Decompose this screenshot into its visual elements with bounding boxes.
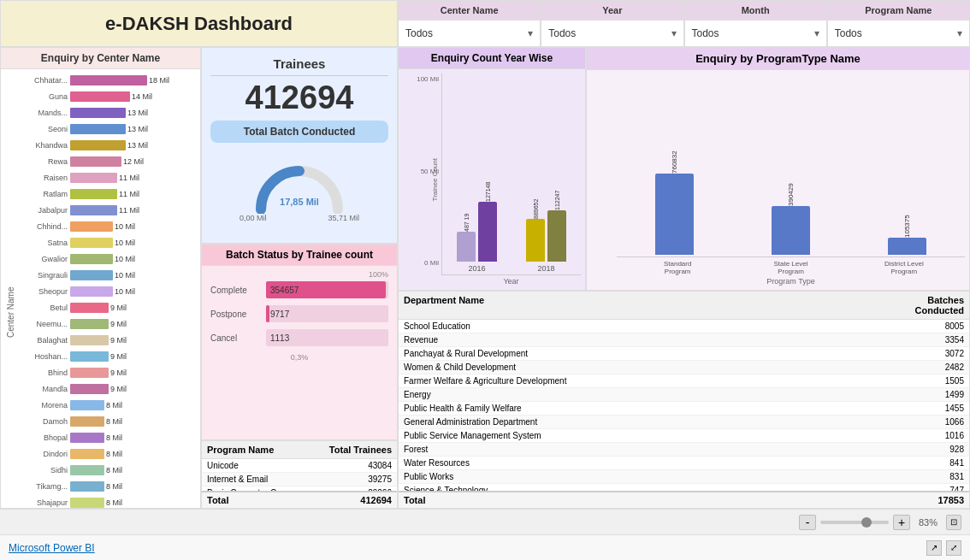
year-chart-container: 100 Mil 50 Mil 0 Mil (399, 69, 585, 290)
dept-table-body: School Education 8005 Revenue 3354 Panch… (399, 320, 969, 491)
bar-district (888, 238, 926, 255)
batch-chart-area: 100% Complete 354657 Postpone 9717 Cance… (202, 266, 397, 439)
year-wise-panel: Enquiry Count Year Wise 100 Mil 50 Mil 0… (398, 47, 586, 291)
filter-year-select[interactable]: Todos ▾ (541, 21, 683, 46)
powerbi-link[interactable]: Microsoft Power BI (9, 542, 95, 554)
fit-screen-button[interactable]: ⊡ (946, 515, 961, 530)
filter-center-label: Center Name (399, 1, 540, 21)
filter-program-value: Todos (835, 27, 862, 39)
table-row: Women & Child Development 2482 (399, 361, 969, 374)
program-col1-header: Program Name (207, 445, 306, 455)
program-type-title: Enquiry by ProgramType Name (587, 48, 969, 70)
filter-center-value: Todos (405, 27, 433, 39)
filter-center-select[interactable]: Todos ▾ (399, 21, 540, 46)
table-row: Science & Technology 747 (399, 484, 969, 491)
table-row: Panchayat & Rural Development 3072 (399, 347, 969, 361)
list-item: Neemu... 9 Mil (18, 316, 197, 332)
trainees-title: Trainees (210, 56, 388, 76)
zoom-bar: - + 83% ⊡ (0, 509, 970, 534)
table-row: Farmer Welfare & Agriculture Development… (399, 374, 969, 388)
table-row: Public Service Management System 1016 (399, 429, 969, 443)
fullscreen-icon[interactable]: ⤢ (946, 540, 961, 556)
table-row: General Administration Department 1066 (399, 416, 969, 429)
table-row: Water Resources 841 (399, 457, 969, 470)
dept-total-count: 17853 (878, 495, 964, 505)
program-bars-area: 760832 390429 105375 (617, 74, 965, 257)
year-wise-title: Enquiry Count Year Wise (399, 48, 585, 69)
table-row: Internet & Email 39275 (202, 473, 397, 486)
gauge-max: 35,71 Mil (328, 214, 359, 222)
filter-month: Month Todos ▾ (684, 0, 827, 47)
zoom-minus-button[interactable]: - (799, 515, 816, 530)
trainees-panel: Trainees 412694 Total Batch Conducted 17… (201, 47, 398, 244)
list-item: Rewa 12 Mil (18, 154, 197, 169)
list-item: Guna 14 Mil (18, 89, 197, 104)
list-item: Balaghat 9 Mil (18, 333, 197, 348)
list-item: Mandla 9 Mil (18, 381, 197, 397)
program-total-label: Total (207, 495, 306, 505)
list-item: Dindori 8 Mil (18, 446, 197, 462)
list-item: Satna 10 Mil (18, 235, 197, 251)
program-x-axis-label: Program Type (617, 277, 965, 286)
chevron-down-icon: ▾ (528, 27, 533, 39)
table-row: Revenue 3354 (399, 333, 969, 347)
zoom-plus-button[interactable]: + (893, 515, 910, 530)
program-total-count: 412694 (306, 495, 392, 505)
bar-2016-dark (478, 202, 497, 262)
year-x-label: Year (441, 277, 581, 286)
filter-month-label: Month (685, 1, 826, 21)
table-row: Forest 928 (399, 443, 969, 457)
powerbi-footer: Microsoft Power BI ↗ ⤢ (0, 534, 970, 560)
list-item: Postpone 9717 (210, 305, 388, 322)
table-row: Public Works 831 (399, 470, 969, 484)
prog-bar-state: 390429 (772, 153, 810, 255)
dept-col2-header: Batches Conducted (878, 295, 964, 315)
zoom-thumb (861, 517, 872, 528)
table-row: Public Health & Family Welfare 1455 (399, 402, 969, 416)
list-item: Chhatar... 18 Mil (18, 73, 197, 88)
batch-status-panel: Batch Status by Trainee count 100% Compl… (201, 244, 398, 440)
batch-title: Batch Status by Trainee count (202, 245, 397, 266)
list-item: Cancel 1113 (210, 329, 388, 346)
list-item: Complete 354657 (210, 281, 388, 298)
dept-table-panel: Department Name Batches Conducted School… (398, 291, 970, 509)
filter-year: Year Todos ▾ (541, 0, 683, 47)
batch-rows: Complete 354657 Postpone 9717 Cancel 111… (210, 281, 388, 346)
list-item: Damoh 8 Mil (18, 414, 197, 429)
program-bars-wrapper: 760832 390429 105375 (617, 74, 965, 286)
powerbi-icons: ↗ ⤢ (926, 540, 961, 556)
year-bars-wrapper: 487 19 127148 20 (441, 74, 581, 286)
chevron-down-icon-2: ▾ (671, 27, 677, 39)
filter-month-select[interactable]: Todos ▾ (685, 21, 826, 46)
list-item: Sidhi 8 Mil (18, 463, 197, 478)
share-icon[interactable]: ↗ (926, 540, 942, 556)
table-row: Energy 1499 (399, 388, 969, 402)
dashboard-title: e-DAKSH Dashboard (105, 13, 293, 35)
list-item: Raisen 11 Mil (18, 170, 197, 186)
program-type-chart: 760832 390429 105375 (587, 70, 969, 290)
bar-2018-b: 112247 (547, 155, 566, 262)
list-item: Chhind... 10 Mil (18, 219, 197, 234)
filter-program-name: Program Name Todos ▾ (827, 0, 970, 47)
filter-program-select[interactable]: Todos ▾ (828, 21, 969, 46)
list-item: Gwalior 10 Mil (18, 251, 197, 267)
bar-2018-gold (526, 219, 545, 262)
dept-total-label: Total (404, 495, 878, 505)
zoom-controls: - + 83% ⊡ (799, 515, 961, 530)
gauge-min: 0,00 Mil (240, 214, 267, 222)
year-2018-group: 889652 112247 20 (526, 155, 566, 273)
year-2018-bars: 889652 112247 (526, 155, 566, 262)
trainees-subtitle-box: Total Batch Conducted (210, 121, 388, 143)
trainees-subtitle: Total Batch Conducted (244, 126, 355, 138)
year-chart-inner: 100 Mil 50 Mil 0 Mil (403, 74, 581, 286)
batch-100pct: 100% (210, 270, 388, 279)
list-item: Hoshan... 9 Mil (18, 349, 197, 364)
list-item: Mands... 13 Mil (18, 105, 197, 121)
year-bars-area: 487 19 127148 20 (441, 74, 581, 275)
chevron-down-icon-4: ▾ (957, 27, 962, 39)
filter-center-name: Center Name Todos ▾ (398, 0, 541, 47)
zoom-slider[interactable] (820, 521, 889, 524)
list-item: Morena 8 Mil (18, 398, 197, 413)
dept-col1-header: Department Name (404, 295, 878, 315)
filter-program-label: Program Name (828, 1, 969, 21)
